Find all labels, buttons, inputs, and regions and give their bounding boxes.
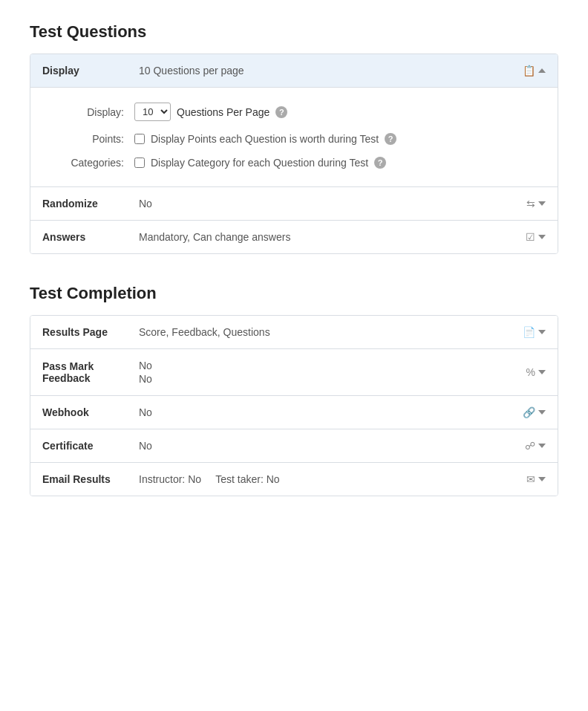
test-completion-heading: Test Completion	[30, 284, 558, 303]
categories-checkbox[interactable]	[134, 158, 145, 168]
test-completion-accordion: Results Page Score, Feedback, Questions …	[30, 315, 558, 496]
pass-mark-icons: %	[526, 366, 546, 378]
email-results-label: Email Results	[42, 473, 139, 485]
email-results-instructor: Instructor: No	[139, 473, 201, 485]
chevron-down-icon-3	[538, 330, 546, 334]
display-body: Display: 10 5 15 20 All Questions Per Pa…	[30, 87, 558, 186]
answers-value: Mandatory, Can change answers	[139, 231, 526, 243]
accordion-item-pass-mark: Pass MarkFeedback No No %	[30, 349, 558, 396]
results-icon: 📄	[523, 326, 535, 338]
display-form-row: Display: 10 5 15 20 All Questions Per Pa…	[53, 103, 535, 121]
accordion-header-results-page[interactable]: Results Page Score, Feedback, Questions …	[30, 316, 558, 348]
accordion-item-randomize: Randomize No ⇆	[30, 187, 558, 221]
display-suffix: Questions Per Page	[177, 106, 270, 118]
chevron-down-icon-7	[538, 477, 546, 481]
points-checkbox-label[interactable]: Display Points each Question is worth du…	[134, 133, 396, 145]
display-help-icon: ?	[275, 106, 287, 118]
display-label: Display	[42, 65, 139, 77]
results-page-value: Score, Feedback, Questions	[139, 326, 523, 338]
display-icons: 📋	[523, 65, 546, 77]
chevron-down-icon-4	[538, 370, 546, 374]
points-help-icon: ?	[385, 133, 396, 145]
accordion-header-display[interactable]: Display 10 Questions per page 📋	[30, 54, 558, 87]
results-page-label: Results Page	[42, 326, 139, 338]
randomize-label: Randomize	[42, 198, 139, 210]
pass-mark-value: No No	[139, 360, 526, 385]
shuffle-icon: ⇆	[526, 198, 535, 210]
email-icon: ✉	[526, 473, 535, 485]
display-value: 10 Questions per page	[139, 65, 523, 77]
categories-help-icon: ?	[374, 157, 386, 169]
checkbox-icon: ☑	[526, 231, 535, 243]
results-page-icons: 📄	[523, 326, 546, 338]
pass-mark-value-1: No	[139, 360, 526, 371]
certificate-value: No	[139, 440, 525, 452]
accordion-item-answers: Answers Mandatory, Can change answers ☑	[30, 221, 558, 253]
answers-label: Answers	[42, 231, 139, 243]
randomize-icons: ⇆	[526, 198, 546, 210]
test-questions-heading: Test Questions	[30, 22, 558, 42]
accordion-item-display: Display 10 Questions per page 📋 Display:…	[30, 54, 558, 187]
chevron-up-icon	[538, 68, 546, 73]
accordion-item-webhook: Webhook No 🔗	[30, 396, 558, 429]
webhook-value: No	[139, 406, 523, 418]
accordion-header-email-results[interactable]: Email Results Instructor: No Test taker:…	[30, 463, 558, 496]
test-questions-accordion: Display 10 Questions per page 📋 Display:…	[30, 53, 558, 254]
accordion-header-pass-mark[interactable]: Pass MarkFeedback No No %	[30, 349, 558, 395]
randomize-value: No	[139, 198, 526, 210]
test-questions-section: Test Questions Display 10 Questions per …	[30, 22, 558, 254]
answers-icons: ☑	[526, 231, 546, 243]
accordion-header-webhook[interactable]: Webhook No 🔗	[30, 396, 558, 429]
email-results-value: Instructor: No Test taker: No	[139, 473, 526, 485]
test-completion-section: Test Completion Results Page Score, Feed…	[30, 284, 558, 496]
points-checkbox[interactable]	[134, 134, 145, 144]
categories-checkbox-label[interactable]: Display Category for each Question durin…	[134, 157, 386, 169]
points-form-row: Points: Display Points each Question is …	[53, 133, 535, 145]
chevron-down-icon-6	[538, 444, 546, 448]
certificate-icons: ☍	[525, 440, 546, 452]
percent-icon: %	[526, 366, 535, 378]
accordion-header-answers[interactable]: Answers Mandatory, Can change answers ☑	[30, 221, 558, 253]
link-icon: 🔗	[523, 406, 535, 418]
display-form-label: Display:	[53, 106, 134, 118]
categories-form-row: Categories: Display Category for each Qu…	[53, 157, 535, 169]
categories-checkbox-text: Display Category for each Question durin…	[151, 157, 368, 169]
points-label: Points:	[53, 133, 134, 145]
certificate-label: Certificate	[42, 440, 139, 452]
points-checkbox-text: Display Points each Question is worth du…	[151, 133, 379, 145]
display-select[interactable]: 10 5 15 20 All	[134, 103, 171, 121]
accordion-item-email-results: Email Results Instructor: No Test taker:…	[30, 463, 558, 496]
webhook-icons: 🔗	[523, 406, 546, 418]
webhook-label: Webhook	[42, 406, 139, 418]
display-control-group: 10 5 15 20 All Questions Per Page ?	[134, 103, 287, 121]
categories-label: Categories:	[53, 157, 134, 169]
accordion-item-certificate: Certificate No ☍	[30, 429, 558, 463]
pass-mark-value-2: No	[139, 373, 526, 385]
accordion-header-certificate[interactable]: Certificate No ☍	[30, 429, 558, 462]
email-results-icons: ✉	[526, 473, 546, 485]
chevron-down-icon	[538, 201, 546, 206]
email-results-taker: Test taker: No	[215, 473, 279, 485]
accordion-header-randomize[interactable]: Randomize No ⇆	[30, 187, 558, 220]
accordion-item-results-page: Results Page Score, Feedback, Questions …	[30, 316, 558, 349]
chevron-down-icon-5	[538, 410, 546, 415]
pass-mark-label: Pass MarkFeedback	[42, 360, 139, 384]
certificate-icon: ☍	[525, 440, 535, 452]
document-icon: 📋	[523, 65, 535, 77]
chevron-down-icon-2	[538, 235, 546, 239]
